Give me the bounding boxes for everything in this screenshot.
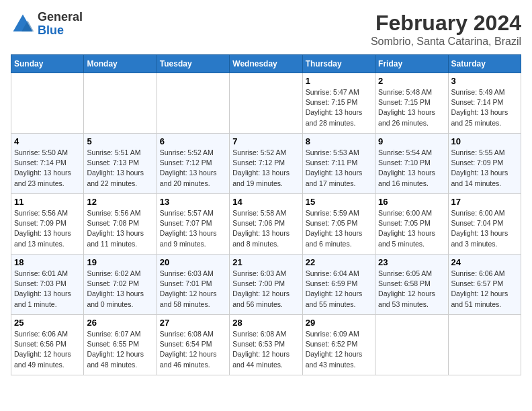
- calendar-cell: 15Sunrise: 5:59 AM Sunset: 7:05 PM Dayli…: [302, 194, 375, 255]
- calendar-week-1: 1Sunrise: 5:47 AM Sunset: 7:15 PM Daylig…: [11, 73, 521, 134]
- calendar-cell: [157, 73, 229, 134]
- day-number: 1: [306, 76, 372, 86]
- day-number: 6: [160, 136, 226, 146]
- calendar-cell: 1Sunrise: 5:47 AM Sunset: 7:15 PM Daylig…: [302, 73, 375, 134]
- day-number: 19: [87, 257, 153, 267]
- day-detail: Sunrise: 5:56 AM Sunset: 7:09 PM Dayligh…: [14, 208, 81, 249]
- day-detail: Sunrise: 6:07 AM Sunset: 6:55 PM Dayligh…: [87, 329, 153, 370]
- calendar-cell: 9Sunrise: 5:54 AM Sunset: 7:10 PM Daylig…: [375, 134, 448, 194]
- calendar-cell: 24Sunrise: 6:06 AM Sunset: 6:57 PM Dayli…: [448, 255, 521, 315]
- day-detail: Sunrise: 5:55 AM Sunset: 7:09 PM Dayligh…: [451, 148, 518, 189]
- day-detail: Sunrise: 6:06 AM Sunset: 6:57 PM Dayligh…: [451, 269, 518, 310]
- weekday-header-friday: Friday: [375, 55, 448, 73]
- day-number: 2: [378, 76, 445, 86]
- calendar-cell: 28Sunrise: 6:08 AM Sunset: 6:53 PM Dayli…: [230, 315, 302, 375]
- day-number: 9: [378, 136, 445, 146]
- calendar-header-row: SundayMondayTuesdayWednesdayThursdayFrid…: [11, 55, 521, 73]
- calendar-cell: 12Sunrise: 5:56 AM Sunset: 7:08 PM Dayli…: [84, 194, 157, 255]
- calendar-cell: 14Sunrise: 5:58 AM Sunset: 7:06 PM Dayli…: [230, 194, 302, 255]
- day-detail: Sunrise: 6:09 AM Sunset: 6:52 PM Dayligh…: [306, 329, 372, 370]
- day-number: 22: [306, 257, 372, 267]
- day-detail: Sunrise: 5:47 AM Sunset: 7:15 PM Dayligh…: [306, 87, 372, 128]
- day-detail: Sunrise: 5:50 AM Sunset: 7:14 PM Dayligh…: [14, 148, 81, 189]
- day-number: 23: [378, 257, 445, 267]
- calendar-cell: [448, 315, 521, 375]
- calendar-week-2: 4Sunrise: 5:50 AM Sunset: 7:14 PM Daylig…: [11, 134, 521, 194]
- calendar-week-4: 18Sunrise: 6:01 AM Sunset: 7:03 PM Dayli…: [11, 255, 521, 315]
- day-detail: Sunrise: 5:56 AM Sunset: 7:08 PM Dayligh…: [87, 208, 153, 249]
- day-number: 18: [14, 257, 81, 267]
- calendar-cell: 19Sunrise: 6:02 AM Sunset: 7:02 PM Dayli…: [84, 255, 157, 315]
- calendar-cell: 11Sunrise: 5:56 AM Sunset: 7:09 PM Dayli…: [11, 194, 84, 255]
- calendar-cell: 27Sunrise: 6:08 AM Sunset: 6:54 PM Dayli…: [157, 315, 229, 375]
- calendar-cell: 16Sunrise: 6:00 AM Sunset: 7:05 PM Dayli…: [375, 194, 448, 255]
- day-detail: Sunrise: 6:00 AM Sunset: 7:04 PM Dayligh…: [451, 208, 518, 249]
- day-number: 11: [14, 197, 81, 207]
- calendar-cell: 18Sunrise: 6:01 AM Sunset: 7:03 PM Dayli…: [11, 255, 84, 315]
- calendar-table: SundayMondayTuesdayWednesdayThursdayFrid…: [11, 54, 521, 375]
- logo: General Blue: [11, 11, 83, 38]
- day-detail: Sunrise: 6:03 AM Sunset: 7:01 PM Dayligh…: [160, 269, 226, 310]
- day-detail: Sunrise: 5:52 AM Sunset: 7:12 PM Dayligh…: [232, 148, 299, 189]
- day-detail: Sunrise: 6:05 AM Sunset: 6:58 PM Dayligh…: [378, 269, 445, 310]
- logo-icon: [11, 12, 35, 36]
- weekday-header-monday: Monday: [84, 55, 157, 73]
- day-number: 26: [87, 318, 153, 328]
- calendar-cell: 17Sunrise: 6:00 AM Sunset: 7:04 PM Dayli…: [448, 194, 521, 255]
- calendar-cell: [11, 73, 84, 134]
- calendar-cell: 25Sunrise: 6:06 AM Sunset: 6:56 PM Dayli…: [11, 315, 84, 375]
- day-number: 29: [306, 318, 372, 328]
- calendar-cell: 7Sunrise: 5:52 AM Sunset: 7:12 PM Daylig…: [230, 134, 302, 194]
- day-number: 3: [451, 76, 518, 86]
- day-number: 14: [232, 197, 299, 207]
- day-number: 12: [87, 197, 153, 207]
- calendar-cell: 10Sunrise: 5:55 AM Sunset: 7:09 PM Dayli…: [448, 134, 521, 194]
- main-title: February 2024: [371, 11, 521, 36]
- day-detail: Sunrise: 5:51 AM Sunset: 7:13 PM Dayligh…: [87, 148, 153, 189]
- day-detail: Sunrise: 5:49 AM Sunset: 7:14 PM Dayligh…: [451, 87, 518, 128]
- day-number: 17: [451, 197, 518, 207]
- weekday-header-wednesday: Wednesday: [230, 55, 302, 73]
- day-number: 24: [451, 257, 518, 267]
- calendar-cell: 13Sunrise: 5:57 AM Sunset: 7:07 PM Dayli…: [157, 194, 229, 255]
- calendar-week-3: 11Sunrise: 5:56 AM Sunset: 7:09 PM Dayli…: [11, 194, 521, 255]
- weekday-header-tuesday: Tuesday: [157, 55, 229, 73]
- day-number: 7: [232, 136, 299, 146]
- calendar-cell: 20Sunrise: 6:03 AM Sunset: 7:01 PM Dayli…: [157, 255, 229, 315]
- day-detail: Sunrise: 6:06 AM Sunset: 6:56 PM Dayligh…: [14, 329, 81, 370]
- calendar-week-5: 25Sunrise: 6:06 AM Sunset: 6:56 PM Dayli…: [11, 315, 521, 375]
- day-detail: Sunrise: 6:02 AM Sunset: 7:02 PM Dayligh…: [87, 269, 153, 310]
- day-detail: Sunrise: 5:58 AM Sunset: 7:06 PM Dayligh…: [232, 208, 299, 249]
- logo-text: General Blue: [38, 11, 83, 38]
- page-header: General Blue February 2024 Sombrio, Sant…: [11, 11, 521, 48]
- day-detail: Sunrise: 6:08 AM Sunset: 6:54 PM Dayligh…: [160, 329, 226, 370]
- day-number: 5: [87, 136, 153, 146]
- day-detail: Sunrise: 5:57 AM Sunset: 7:07 PM Dayligh…: [160, 208, 226, 249]
- day-detail: Sunrise: 6:03 AM Sunset: 7:00 PM Dayligh…: [232, 269, 299, 310]
- day-detail: Sunrise: 6:00 AM Sunset: 7:05 PM Dayligh…: [378, 208, 445, 249]
- weekday-header-sunday: Sunday: [11, 55, 84, 73]
- calendar-cell: 21Sunrise: 6:03 AM Sunset: 7:00 PM Dayli…: [230, 255, 302, 315]
- title-section: February 2024 Sombrio, Santa Catarina, B…: [371, 11, 521, 48]
- sub-title: Sombrio, Santa Catarina, Brazil: [371, 36, 521, 48]
- calendar-cell: 5Sunrise: 5:51 AM Sunset: 7:13 PM Daylig…: [84, 134, 157, 194]
- calendar-cell: 8Sunrise: 5:53 AM Sunset: 7:11 PM Daylig…: [302, 134, 375, 194]
- calendar-cell: 4Sunrise: 5:50 AM Sunset: 7:14 PM Daylig…: [11, 134, 84, 194]
- calendar-cell: [230, 73, 302, 134]
- calendar-cell: [375, 315, 448, 375]
- calendar-cell: 26Sunrise: 6:07 AM Sunset: 6:55 PM Dayli…: [84, 315, 157, 375]
- day-number: 13: [160, 197, 226, 207]
- day-number: 16: [378, 197, 445, 207]
- weekday-header-thursday: Thursday: [302, 55, 375, 73]
- calendar-cell: 2Sunrise: 5:48 AM Sunset: 7:15 PM Daylig…: [375, 73, 448, 134]
- calendar-cell: 6Sunrise: 5:52 AM Sunset: 7:12 PM Daylig…: [157, 134, 229, 194]
- day-number: 25: [14, 318, 81, 328]
- day-detail: Sunrise: 6:08 AM Sunset: 6:53 PM Dayligh…: [232, 329, 299, 370]
- day-number: 15: [306, 197, 372, 207]
- day-detail: Sunrise: 5:59 AM Sunset: 7:05 PM Dayligh…: [306, 208, 372, 249]
- day-number: 4: [14, 136, 81, 146]
- day-number: 8: [306, 136, 372, 146]
- day-number: 21: [232, 257, 299, 267]
- day-detail: Sunrise: 5:52 AM Sunset: 7:12 PM Dayligh…: [160, 148, 226, 189]
- weekday-header-saturday: Saturday: [448, 55, 521, 73]
